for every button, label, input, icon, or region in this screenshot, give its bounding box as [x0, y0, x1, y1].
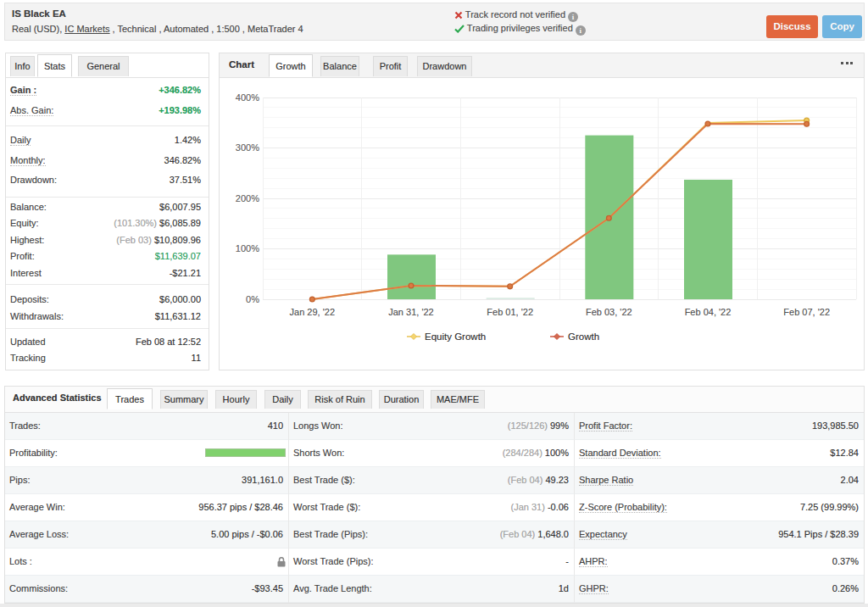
- svg-text:200%: 200%: [236, 193, 259, 203]
- svg-text:Feb 03, '22: Feb 03, '22: [586, 307, 632, 317]
- svg-text:Jan 31, '22: Jan 31, '22: [388, 307, 433, 317]
- svg-text:Growth: Growth: [568, 331, 599, 342]
- svg-text:Equity Growth: Equity Growth: [425, 331, 486, 342]
- svg-text:0%: 0%: [246, 294, 259, 304]
- svg-text:300%: 300%: [236, 142, 259, 153]
- svg-text:Jan 29, '22: Jan 29, '22: [290, 307, 335, 317]
- svg-text:Feb 04, '22: Feb 04, '22: [685, 307, 732, 317]
- svg-text:Feb 07, '22: Feb 07, '22: [783, 307, 830, 317]
- svg-text:400%: 400%: [236, 92, 259, 103]
- svg-text:100%: 100%: [236, 243, 259, 253]
- svg-text:Feb 01, '22: Feb 01, '22: [487, 307, 533, 317]
